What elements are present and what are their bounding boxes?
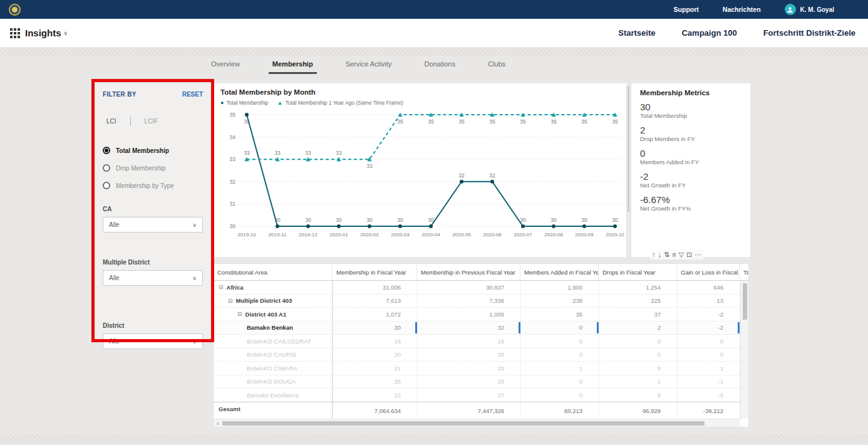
metric-label: Drop Members in FY xyxy=(640,135,741,142)
total-cell-value: 96,929 xyxy=(599,402,677,419)
tab-donations[interactable]: Donations xyxy=(425,60,456,71)
column-header-gain-or-loss-in-fiscal-year[interactable]: Gain or Loss in Fiscal Year xyxy=(677,264,740,280)
data-label: 33 xyxy=(305,150,311,156)
app-title[interactable]: Insights xyxy=(25,28,61,38)
appbar-link-campaign-100[interactable]: Campaign 100 xyxy=(681,28,736,38)
drill-down-icon[interactable]: ↓ xyxy=(658,250,662,259)
column-header-membership-in-previous-fiscal-year[interactable]: Membership in Previous Fiscal Year xyxy=(417,264,520,280)
filter-icon[interactable]: ▽ xyxy=(679,250,684,259)
legend-item-total-membership-1-year-ago-same-time-frame[interactable]: ▲Total Membership 1 Year Ago (Same Time … xyxy=(277,100,403,106)
expand-toggle-icon[interactable]: ⊟ xyxy=(237,311,242,317)
dropdown-group-ca: CAAlle∨ xyxy=(103,206,203,233)
column-header-constitutional-area[interactable]: Constitutional Area xyxy=(214,264,333,280)
column-header-membership-in-fiscal-year[interactable]: Membership in Fiscal Year xyxy=(333,264,417,280)
table-row-bamako-excellence[interactable]: Bamako Excellence222705-5 xyxy=(214,389,740,402)
x-axis-label: 2019-12 xyxy=(299,232,318,238)
data-point xyxy=(552,224,555,228)
table-row-bamako-cailcedrat[interactable]: BAMAKO CAILCEDRAT1819000 xyxy=(214,335,740,348)
cell-value: 0 xyxy=(520,335,599,348)
radio-option-total-membership[interactable]: Total Membership xyxy=(103,147,203,154)
row-label-cell: BAMAKO DOUGA xyxy=(214,375,333,389)
data-label: 33 xyxy=(274,150,281,156)
table-row-bamako-douga[interactable]: BAMAKO DOUGA252601-1 xyxy=(214,375,740,389)
focus-mode-icon[interactable]: ⊡ xyxy=(686,250,692,259)
cell-value: 238 xyxy=(520,295,599,308)
table-row-district-403-a1[interactable]: ⊟District 403 A11,0721,0053537-2 xyxy=(214,308,740,322)
dropdown-select-ca[interactable]: Alle∨ xyxy=(103,217,203,233)
chevron-down-icon: ∨ xyxy=(192,275,197,281)
table-row-africa[interactable]: ⊟Africa31,00630,8371,9001,254646 xyxy=(214,281,740,295)
row-label-cell: ⊟District 403 A1 xyxy=(214,308,333,321)
membership-line-chart[interactable]: 3031323334352019-102019-112019-122020-01… xyxy=(220,106,624,245)
table-row-bamako-ciwara[interactable]: BAMAKO CIWARA2120101 xyxy=(214,362,740,375)
cell-value: 30 xyxy=(333,348,417,362)
metric-value: 0 xyxy=(640,148,741,159)
cell-value: 30 xyxy=(333,322,417,335)
total-label-cell: Gesamt xyxy=(214,402,333,419)
table-horizontal-scrollbar[interactable]: ‹ xyxy=(214,419,740,427)
membership-table-card: Constitutional AreaMembership in Fiscal … xyxy=(213,263,749,427)
data-point xyxy=(245,113,249,117)
cell-value: 13 xyxy=(677,295,740,308)
data-label: 35 xyxy=(428,118,434,125)
y-axis-label: 34 xyxy=(230,134,236,140)
org-toggle-lcif[interactable]: LCIF xyxy=(145,118,158,125)
reset-button[interactable]: RESET xyxy=(182,91,203,98)
apps-grid-icon[interactable] xyxy=(10,28,20,38)
org-toggle-lci[interactable]: LCI xyxy=(106,118,116,125)
appbar-link-startseite[interactable]: Startseite xyxy=(618,28,655,38)
dropdown-select-district[interactable]: Alle∨ xyxy=(103,333,203,349)
y-axis-label: 30 xyxy=(230,223,236,229)
column-header-members-added-in-fiscal-year[interactable]: Members Added in Fiscal Year xyxy=(520,264,599,280)
row-label: Multiple District 403 xyxy=(236,297,292,304)
data-point xyxy=(521,224,525,228)
metric-label: Members Added in FY xyxy=(640,159,741,165)
user-menu[interactable]: K. M. Goyal xyxy=(785,4,834,15)
navbar-link-nachrichten[interactable]: Nachrichten xyxy=(723,6,761,13)
lions-logo[interactable] xyxy=(9,4,21,16)
tab-overview[interactable]: Overview xyxy=(211,60,240,71)
scroll-left-icon[interactable]: ‹ xyxy=(214,420,222,427)
table-body: ⊟Africa31,00630,8371,9001,254646⊟Multipl… xyxy=(214,281,740,402)
row-label: Bamako Benkan xyxy=(247,324,293,331)
cell-value: 35 xyxy=(520,308,599,321)
cell-value: 0 xyxy=(520,389,599,402)
tab-service-activity[interactable]: Service Activity xyxy=(346,60,392,71)
column-header-drops-in-fiscal-year[interactable]: Drops in Fiscal Year xyxy=(599,264,677,280)
table-row-multiple-district-403[interactable]: ⊟Multiple District 4037,6137,33623822513 xyxy=(214,295,740,308)
column-header-ta[interactable]: Ta xyxy=(740,264,749,280)
data-label: 35 xyxy=(520,118,526,125)
navbar-link-support[interactable]: Support xyxy=(674,6,699,13)
chart-legend: ●Total Membership▲Total Membership 1 Yea… xyxy=(220,100,628,106)
metric-label: Net Growth in FY xyxy=(640,182,741,189)
cell-value: 18 xyxy=(333,335,417,348)
table-vertical-scrollbar[interactable] xyxy=(740,281,748,419)
data-label: 33 xyxy=(244,150,250,156)
scrollbar-thumb[interactable] xyxy=(222,421,705,426)
data-point xyxy=(582,224,586,228)
expand-next-level-icon[interactable]: ⇅ xyxy=(664,250,669,259)
data-label: 30 xyxy=(612,217,618,223)
expand-all-levels-icon[interactable]: ≡ xyxy=(672,250,676,259)
x-axis-label: 2019-10 xyxy=(237,232,256,238)
radio-option-drop-membership[interactable]: Drop Membership xyxy=(103,164,203,172)
cell-value: 1 xyxy=(520,362,599,375)
legend-item-total-membership[interactable]: ●Total Membership xyxy=(220,100,269,106)
tab-clubs[interactable]: Clubs xyxy=(488,60,505,71)
metrics-scrollbar[interactable] xyxy=(626,85,631,256)
metric-total-membership: 30Total Membership xyxy=(640,102,741,119)
appbar-link-fortschritt-distrikt-ziele[interactable]: Fortschritt Distrikt-Ziele xyxy=(763,28,855,38)
more-options-icon[interactable]: ⋯ xyxy=(695,250,701,259)
table-row-bamako-cauris[interactable]: BAMAKO CAURIS3030000 xyxy=(214,348,740,362)
table-row-bamako-benkan[interactable]: Bamako Benkan303202-2 xyxy=(214,322,740,335)
tab-membership[interactable]: Membership xyxy=(272,60,313,71)
cell-value: 2 xyxy=(599,322,677,335)
dropdown-select-multiple-district[interactable]: Alle∨ xyxy=(103,270,203,286)
expand-toggle-icon[interactable]: ⊟ xyxy=(228,298,233,304)
cell-value: 0 xyxy=(677,335,740,348)
row-label-cell: Bamako Excellence xyxy=(214,389,333,402)
drill-up-icon[interactable]: ↑ xyxy=(652,250,656,259)
x-axis-label: 2019-11 xyxy=(269,232,287,238)
radio-option-membership-by-type[interactable]: Membership by Type xyxy=(103,182,203,189)
expand-toggle-icon[interactable]: ⊟ xyxy=(219,284,224,290)
